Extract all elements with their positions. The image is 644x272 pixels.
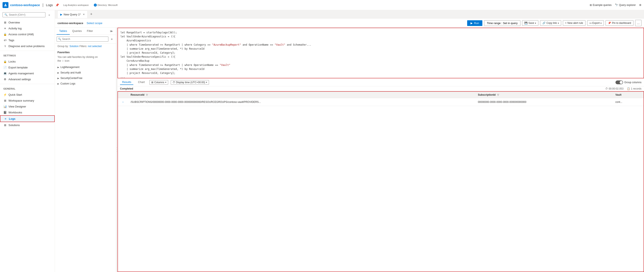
sidebar-item-logs[interactable]: ≡ Logs <box>0 115 55 122</box>
tab-close-icon[interactable]: ✕ <box>83 13 85 16</box>
pin-icon[interactable]: 📌 <box>55 3 59 7</box>
query-toolbar: contoso-workspace Select scope ▶ Run Tim… <box>55 18 644 28</box>
export-button[interactable]: ↦ Export ▾ <box>587 20 604 26</box>
sidebar-item-agents-management[interactable]: 💻 Agents management <box>0 70 55 76</box>
panel-search-icon: 🔍 <box>58 37 61 40</box>
col-header-vault[interactable]: Vault <box>613 92 644 98</box>
columns-button[interactable]: ⊞ Columns ▾ <box>150 80 168 85</box>
sidebar-item-export-template[interactable]: 📄 Export template <box>0 64 55 70</box>
sidebar-item-tags[interactable]: 🏷 Tags <box>0 37 55 43</box>
filter-value[interactable]: not selected <box>88 45 102 48</box>
group-by-value[interactable]: Solution <box>70 45 78 48</box>
tree-arrow-icon: ▶ <box>58 66 59 68</box>
info-icon: i <box>94 3 97 6</box>
favorites-title: Favorites <box>58 51 114 54</box>
group-by-row: Group by: Solution Filters: not selected <box>55 43 116 49</box>
tab-icon: ▶ <box>60 13 62 16</box>
sidebar-item-locks[interactable]: 🔒 Locks <box>0 58 55 64</box>
favorites-empty-text: You can add favorites by clicking onthe … <box>58 55 114 63</box>
copy-link-label: Copy link <box>546 21 557 24</box>
row-expand-button[interactable]: › <box>120 99 126 105</box>
tab-new-query-1[interactable]: ▶ New Query 1* ✕ <box>58 10 88 18</box>
tree-arrow-icon: ▶ <box>58 77 59 79</box>
tab-queries[interactable]: Queries <box>70 28 84 35</box>
tree-item-label: Security and Audit <box>60 71 81 74</box>
sidebar-item-quick-start[interactable]: ⚡ Quick Start <box>0 92 55 98</box>
tab-tables[interactable]: Tables <box>56 28 70 35</box>
add-tab-button[interactable]: + <box>88 11 94 17</box>
more-options-button[interactable]: ... <box>635 20 642 26</box>
tree-item-security-center-free[interactable]: ▶ SecurityCenterFree <box>55 75 116 81</box>
panel-filter-icon[interactable]: ≡ <box>109 36 114 42</box>
panel-search-input[interactable] <box>62 37 107 40</box>
tree-item-log-management[interactable]: ▶ LogManagement <box>55 64 116 70</box>
query-explorer-button[interactable]: 🔭 Query explorer <box>615 3 636 6</box>
resourceid-value: /SUBSCRIPTIONS/00000000-0000-0000-0000-0… <box>130 100 261 103</box>
copy-link-button[interactable]: 🔗 Copy link ▾ <box>540 20 561 26</box>
run-icon: ▶ <box>470 21 473 25</box>
panel-search-area: 🔍 ≡ <box>55 35 116 43</box>
sidebar-item-overview[interactable]: ⊞ Overview <box>0 19 55 25</box>
col-header-resourceid[interactable]: ResourceId ▽ <box>128 92 476 98</box>
sidebar-item-diagnose[interactable]: ⚕ Diagnose and solve problems <box>0 43 55 49</box>
row-expand-cell: › <box>118 98 128 106</box>
results-area: Results Chart ⊞ Columns ▾ ⏱ Display time… <box>118 78 644 272</box>
settings-button[interactable]: ⚙ <box>639 3 642 6</box>
display-time-label: Display time (UTC+00:00) <box>176 81 205 84</box>
directory-info: i Directory: Microsoft <box>94 3 118 6</box>
tab-filter[interactable]: Filter <box>84 28 96 35</box>
table-row: › /SUBSCRIPTIONS/00000000-0000-0000-0000… <box>118 98 644 106</box>
columns-icon: ⊞ <box>151 81 154 84</box>
code-line-7: let VaultUnderResourceSpecific = (){ <box>120 55 641 59</box>
tree-arrow-icon: ▶ <box>58 83 59 85</box>
sidebar-item-label: View Designer <box>8 105 26 108</box>
code-line-10: | summarize arg_max(TimeGenerated, *) by… <box>120 67 641 71</box>
sidebar-item-solutions[interactable]: ⊞ Solutions <box>0 122 55 128</box>
quick-start-icon: ⚡ <box>4 93 7 96</box>
sidebar-search-box[interactable]: 🔍 <box>2 12 46 17</box>
tree-item-security-audit[interactable]: ▶ Security and Audit <box>55 70 116 75</box>
general-divider <box>0 84 55 84</box>
resourceid-filter-icon[interactable]: ▽ <box>146 94 148 96</box>
sidebar-item-label: Workbooks <box>8 111 22 114</box>
subscriptionid-filter-icon[interactable]: ▽ <box>497 94 499 96</box>
toggle-knob <box>620 81 623 84</box>
display-time-button[interactable]: ⏱ Display time (UTC+00:00) ▾ <box>171 80 209 85</box>
results-tab-chart[interactable]: Chart <box>136 80 147 85</box>
sidebar-item-workspace-summary[interactable]: ⊞ Workspace summary <box>0 98 55 103</box>
run-button[interactable]: ▶ Run <box>467 20 482 26</box>
tree-item-custom-logs[interactable]: ▶ Custom Logs <box>55 81 116 86</box>
resourceid-cell: /SUBSCRIPTIONS/00000000-0000-0000-0000-0… <box>128 98 476 106</box>
sidebar-item-advanced-settings[interactable]: ⚙ Advanced settings <box>0 76 55 82</box>
activity-log-icon: ≡ <box>4 27 7 30</box>
overview-icon: ⊞ <box>4 21 7 24</box>
code-line-11: | project ResourceId, Category}; <box>120 71 641 75</box>
save-button[interactable]: 💾 Save ▾ <box>522 20 538 26</box>
new-alert-rule-button[interactable]: + New alert rule <box>563 20 586 26</box>
example-queries-button[interactable]: ⊞ Example queries <box>590 3 612 6</box>
select-scope-button[interactable]: Select scope <box>87 21 102 25</box>
col-header-subscriptionid[interactable]: SubscriptionId ▽ <box>476 92 613 98</box>
svg-rect-2 <box>4 6 6 6</box>
sidebar-general-section: ⚡ Quick Start ⊞ Workspace summary 📊 View… <box>0 91 55 129</box>
sidebar-item-view-designer[interactable]: 📊 View Designer <box>0 103 55 109</box>
sidebar-item-workbooks[interactable]: 📓 Workbooks <box>0 109 55 115</box>
run-label: Run <box>474 21 479 25</box>
sidebar-collapse-button[interactable]: « <box>46 12 52 18</box>
pin-to-dashboard-button[interactable]: 📌 Pin to dashboard <box>606 20 634 26</box>
time-range-button[interactable]: Time range : Set in query <box>484 20 520 26</box>
toggle-switch[interactable] <box>616 80 623 84</box>
results-tab-results[interactable]: Results <box>120 80 133 85</box>
workbooks-icon: 📓 <box>4 111 7 114</box>
page-title: Logs <box>46 3 53 7</box>
sidebar-search-row: 🔍 « <box>0 10 55 18</box>
sidebar-item-access-control[interactable]: 🔒 Access control (IAM) <box>0 31 55 37</box>
display-time-chevron-icon: ▾ <box>206 81 207 83</box>
left-panel-collapse-button[interactable]: ≫ <box>108 28 114 34</box>
sidebar-search-input[interactable] <box>9 13 44 16</box>
export-template-icon: 📄 <box>4 66 7 69</box>
query-editor[interactable]: let RangeStart = startofday(ago(3d)); le… <box>118 28 644 78</box>
sidebar-item-activity-log[interactable]: ≡ Activity log <box>0 25 55 31</box>
sidebar-item-label: Advanced settings <box>8 78 31 81</box>
panel-search-box[interactable]: 🔍 <box>56 36 108 42</box>
